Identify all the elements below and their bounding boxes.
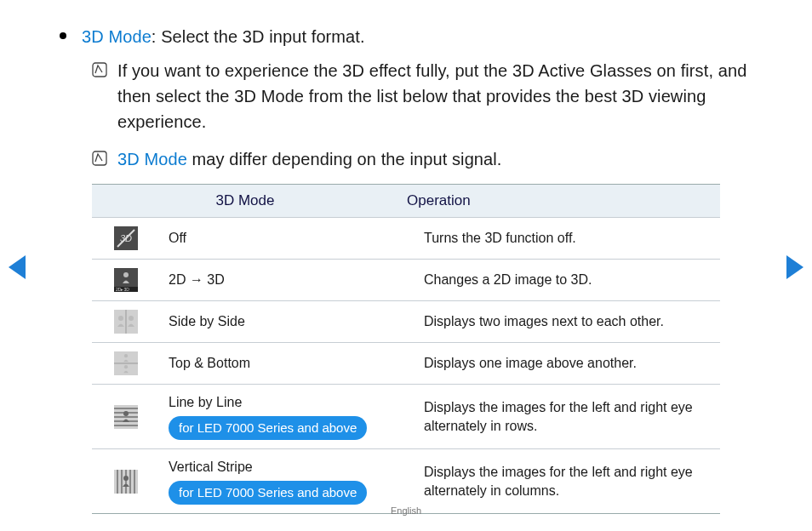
next-page-button[interactable] (786, 255, 803, 279)
svg-rect-25 (117, 470, 118, 494)
bullet-disc-icon (60, 32, 66, 39)
mode-label: Side by Side (169, 312, 407, 331)
svg-rect-22 (114, 425, 138, 426)
sbs-icon (114, 310, 138, 334)
svg-rect-0 (93, 63, 106, 77)
table-row: Side by SideDisplays two images next to … (92, 300, 720, 342)
mode-label: Off (169, 229, 407, 248)
table-row: Line by Linefor LED 7000 Series and abov… (92, 384, 720, 448)
mode-label: 2D → 3D (169, 271, 407, 289)
operation-cell: Displays one image above another. (415, 343, 720, 384)
note-icon (92, 62, 109, 81)
arrow-left-icon (9, 255, 26, 279)
svg-point-30 (123, 476, 129, 481)
mode-label: Top & Bottom (169, 354, 407, 373)
mode-icon-cell (92, 449, 160, 513)
mode-name-cell: Off (160, 218, 415, 259)
off-icon: 3D (114, 226, 138, 250)
intro-desc: : Select the 3D input format. (152, 27, 365, 46)
svg-text:2D▸3D: 2D▸3D (116, 287, 129, 292)
intro-text: 3D Mode: Select the 3D input format. (82, 24, 365, 49)
mode-icon-cell (92, 301, 160, 342)
note-1: If you want to experience the 3D effect … (92, 58, 752, 134)
table-row: 2D▸3D2D → 3DChanges a 2D image to 3D. (92, 259, 720, 300)
header-operation: Operation (398, 185, 720, 217)
operation-cell: Displays the images for the left and rig… (415, 449, 720, 513)
mode-name-cell: 2D → 3D (160, 260, 415, 300)
note-2: 3D Mode may differ depending on the inpu… (92, 146, 752, 172)
svg-point-15 (124, 365, 128, 368)
mode-icon-cell: 3D (92, 218, 160, 259)
svg-point-6 (123, 272, 129, 277)
note-2-rest: may differ depending on the input signal… (187, 150, 502, 168)
mode-name-cell: Top & Bottom (160, 343, 415, 384)
svg-point-14 (124, 354, 128, 357)
series-badge: for LED 7000 Series and above (169, 416, 367, 440)
svg-point-10 (118, 316, 123, 321)
term-3d-mode: 3D Mode (82, 27, 152, 46)
svg-rect-27 (125, 470, 127, 494)
footer-language: English (0, 505, 812, 516)
operation-cell: Changes a 2D image to 3D. (415, 260, 720, 300)
svg-rect-20 (114, 416, 138, 418)
mode-label: Line by Line (169, 393, 407, 412)
mode-label: Vertical Stripe (169, 458, 407, 477)
svg-rect-26 (121, 470, 123, 494)
mode-name-cell: Side by Side (160, 301, 415, 342)
operation-cell: Displays two images next to each other. (415, 301, 720, 342)
table-header: 3D Mode Operation (92, 185, 720, 217)
mode-table: 3D Mode Operation 3DOffTurns the 3D func… (92, 184, 720, 514)
tb-icon (114, 351, 138, 375)
table-row: 3DOffTurns the 3D function off. (92, 217, 720, 259)
table-row: Vertical Stripefor LED 7000 Series and a… (92, 448, 720, 513)
svg-point-23 (123, 411, 129, 416)
svg-rect-1 (93, 151, 106, 165)
operation-cell: Displays the images for the left and rig… (415, 385, 720, 448)
note-2-text: 3D Mode may differ depending on the inpu… (117, 146, 502, 172)
mode-icon-cell (92, 385, 160, 448)
term-3d-mode: 3D Mode (117, 150, 187, 168)
svg-point-11 (129, 316, 134, 321)
svg-rect-29 (134, 470, 135, 494)
bullet-3d-mode: 3D Mode: Select the 3D input format. (60, 24, 752, 49)
lbl-icon (114, 405, 138, 429)
2d3d-icon: 2D▸3D (114, 268, 138, 292)
mode-name-cell: Vertical Stripefor LED 7000 Series and a… (160, 449, 415, 513)
note-1-text: If you want to experience the 3D effect … (117, 58, 752, 134)
mode-icon-cell: 2D▸3D (92, 260, 160, 300)
svg-rect-18 (114, 408, 138, 409)
vs-icon (114, 470, 138, 494)
series-badge: for LED 7000 Series and above (169, 481, 367, 505)
prev-page-button[interactable] (9, 255, 26, 279)
header-mode: 3D Mode (92, 185, 398, 217)
mode-icon-cell (92, 343, 160, 384)
operation-cell: Turns the 3D function off. (415, 218, 720, 259)
mode-name-cell: Line by Linefor LED 7000 Series and abov… (160, 385, 415, 448)
svg-rect-28 (129, 470, 131, 494)
table-row: Top & BottomDisplays one image above ano… (92, 342, 720, 384)
arrow-right-icon (786, 255, 803, 279)
note-icon (92, 151, 109, 169)
